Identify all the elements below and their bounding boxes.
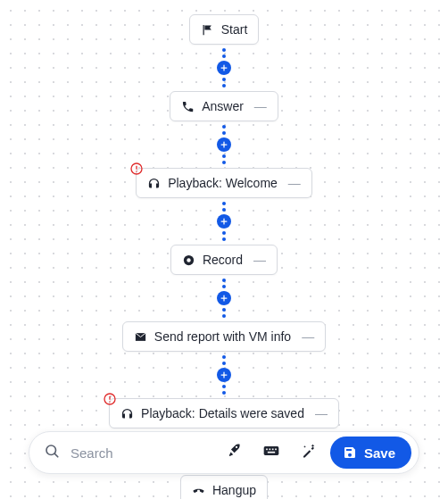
svg-rect-27 xyxy=(268,452,275,453)
svg-point-6 xyxy=(136,170,137,171)
collapse-toggle[interactable]: — xyxy=(254,100,267,112)
node-start[interactable]: Start xyxy=(189,14,260,45)
magic-wand-icon xyxy=(301,443,317,462)
record-icon xyxy=(182,254,195,267)
save-icon xyxy=(343,445,357,460)
svg-point-10 xyxy=(187,258,190,262)
svg-rect-25 xyxy=(272,449,274,451)
headphones-icon xyxy=(120,407,134,420)
node-label: Record xyxy=(203,253,243,267)
connector xyxy=(217,45,231,91)
keyboard-icon xyxy=(262,442,280,463)
svg-point-17 xyxy=(109,401,110,402)
node-label: Answer xyxy=(202,99,244,113)
node-label: Hangup xyxy=(212,483,256,497)
search-input[interactable] xyxy=(69,445,212,462)
node-label: Playback: Details were saved xyxy=(141,406,304,420)
node-label: Send report with VM info xyxy=(154,329,291,344)
add-step-button[interactable] xyxy=(217,61,231,75)
search-icon xyxy=(44,443,60,462)
connector xyxy=(217,275,231,321)
search-wrap xyxy=(44,443,212,462)
svg-rect-24 xyxy=(269,449,270,451)
headphones-icon xyxy=(147,177,161,190)
connector xyxy=(217,352,231,398)
collapse-toggle[interactable]: — xyxy=(253,254,266,266)
rocket-icon xyxy=(226,443,242,462)
collapse-toggle[interactable]: — xyxy=(315,407,328,420)
connector xyxy=(217,121,231,168)
flag-icon xyxy=(201,23,214,37)
node-label: Start xyxy=(221,22,248,37)
magic-button[interactable] xyxy=(293,437,325,469)
save-label: Save xyxy=(364,445,395,461)
svg-rect-23 xyxy=(266,449,268,451)
collapse-toggle[interactable]: — xyxy=(288,177,301,189)
phone-down-icon xyxy=(192,484,205,497)
flow-canvas[interactable]: StartAnswer—Playback: Welcome—Record—Sen… xyxy=(0,0,448,499)
node-record[interactable]: Record— xyxy=(170,245,278,275)
envelope-icon xyxy=(134,330,147,344)
add-step-button[interactable] xyxy=(217,214,231,229)
keyboard-button[interactable] xyxy=(255,437,287,469)
node-pb2[interactable]: Playback: Details were saved— xyxy=(109,398,339,428)
phone-icon xyxy=(181,100,195,113)
node-pb1[interactable]: Playback: Welcome— xyxy=(136,168,312,198)
save-button[interactable]: Save xyxy=(330,437,411,469)
svg-rect-26 xyxy=(275,449,277,451)
node-label: Playback: Welcome xyxy=(168,176,278,190)
add-step-button[interactable] xyxy=(217,291,231,305)
launch-button[interactable] xyxy=(218,437,250,469)
bottom-toolbar: Save xyxy=(29,431,419,474)
add-step-button[interactable] xyxy=(217,368,231,382)
svg-line-21 xyxy=(54,453,58,457)
flow-column: StartAnswer—Playback: Welcome—Record—Sen… xyxy=(0,14,448,499)
warning-icon xyxy=(103,392,117,406)
node-answer[interactable]: Answer— xyxy=(170,91,278,121)
node-report[interactable]: Send report with VM info— xyxy=(122,321,326,352)
connector xyxy=(217,198,231,245)
node-hangup[interactable]: Hangup xyxy=(180,475,268,499)
add-step-button[interactable] xyxy=(217,137,231,152)
svg-rect-22 xyxy=(264,446,279,455)
collapse-toggle[interactable]: — xyxy=(302,330,314,343)
warning-icon xyxy=(129,162,144,176)
